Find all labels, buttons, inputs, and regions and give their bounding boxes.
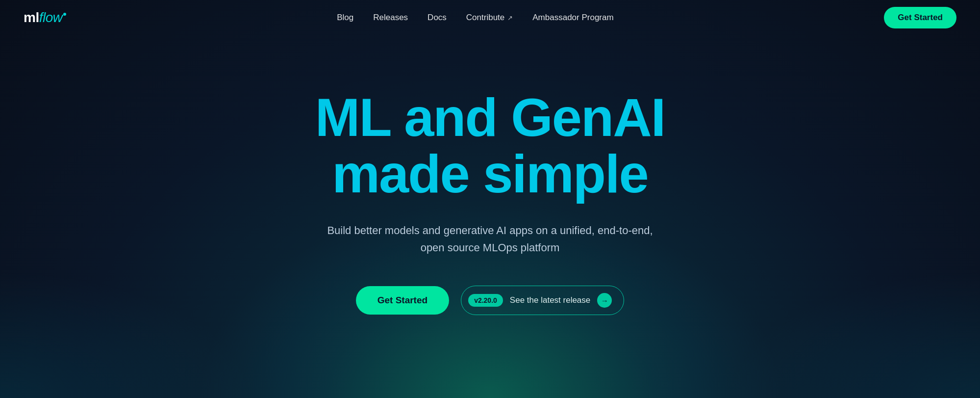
hero-title: ML and GenAI made simple [315, 89, 665, 202]
hero-subtitle: Build better models and generative AI ap… [327, 222, 653, 256]
nav-link-ambassador[interactable]: Ambassador Program [532, 13, 613, 22]
logo[interactable]: mlflow [24, 10, 66, 26]
nav-link-docs[interactable]: Docs [427, 13, 447, 22]
arrow-icon: → [597, 293, 612, 308]
hero-release-button[interactable]: v2.20.0 See the latest release → [461, 286, 624, 315]
nav-link-blog[interactable]: Blog [337, 13, 353, 22]
nav-item-contribute[interactable]: Contribute ↗ [466, 13, 513, 23]
nav-links: Blog Releases Docs Contribute ↗ Ambassad… [337, 13, 613, 23]
nav-item-blog[interactable]: Blog [337, 13, 353, 23]
hero-subtitle-line2: open source MLOps platform [421, 241, 560, 254]
hero-subtitle-line1: Build better models and generative AI ap… [327, 224, 653, 237]
hero-get-started-button[interactable]: Get Started [356, 286, 449, 315]
nav-item-docs[interactable]: Docs [427, 13, 447, 23]
contribute-label: Contribute [466, 13, 504, 23]
external-link-icon: ↗ [507, 14, 513, 22]
nav-item-releases[interactable]: Releases [373, 13, 408, 23]
hero-section: ML and GenAI made simple Build better mo… [0, 35, 980, 398]
logo-flow: flow [39, 10, 63, 26]
nav-get-started-button[interactable]: Get Started [884, 7, 956, 28]
nav-link-releases[interactable]: Releases [373, 13, 408, 22]
hero-title-line1: ML and GenAI [315, 87, 665, 147]
page-wrapper: mlflow Blog Releases Docs Contribute ↗ A… [0, 0, 980, 398]
navbar: mlflow Blog Releases Docs Contribute ↗ A… [0, 0, 980, 35]
hero-title-line2: made simple [332, 143, 648, 204]
logo-dot [63, 13, 66, 16]
release-text: See the latest release [510, 295, 590, 305]
nav-item-ambassador[interactable]: Ambassador Program [532, 13, 613, 23]
nav-link-contribute[interactable]: Contribute ↗ [466, 13, 513, 23]
hero-buttons: Get Started v2.20.0 See the latest relea… [356, 286, 625, 315]
logo-ml: ml [24, 10, 39, 26]
version-badge: v2.20.0 [468, 294, 503, 307]
